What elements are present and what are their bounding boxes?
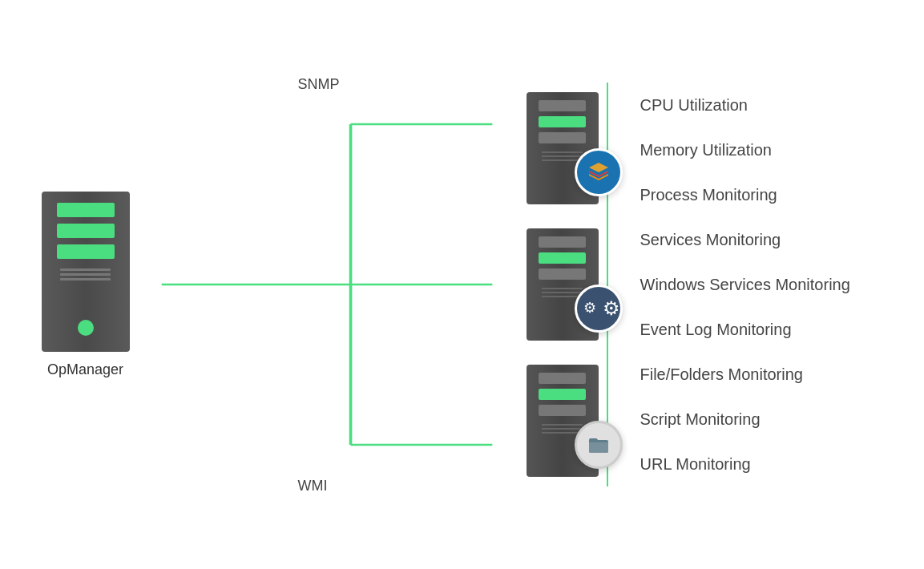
svg-text:⚙: ⚙ <box>583 300 596 316</box>
monitoring-item-event-log: Event Log Monitoring <box>624 307 903 352</box>
monitoring-item-file-folders: File/Folders Monitoring <box>624 352 903 397</box>
folder-badge <box>575 421 623 469</box>
server-bar-1 <box>57 203 115 217</box>
monitoring-list: CPU Utilization Memory Utilization Proce… <box>607 83 903 486</box>
opmanager-device <box>42 192 130 352</box>
mini-bar-3b <box>539 389 586 400</box>
wrench-icon: ⚙ <box>577 296 603 321</box>
monitoring-item-process: Process Monitoring <box>624 172 903 217</box>
mini-bar-2c <box>539 268 586 280</box>
server-line-1 <box>60 268 111 271</box>
server-bar-2 <box>57 224 115 238</box>
mini-bar-3c <box>539 405 586 416</box>
monitoring-item-cpu: CPU Utilization <box>624 83 903 127</box>
monitoring-item-services: Services Monitoring <box>624 217 903 262</box>
svg-marker-5 <box>589 163 608 172</box>
opmanager-label: OpManager <box>47 361 123 378</box>
server-line-2 <box>60 273 111 276</box>
monitoring-item-url: URL Monitoring <box>624 442 903 486</box>
server-bar-3 <box>57 244 115 259</box>
monitoring-item-script: Script Monitoring <box>624 397 903 442</box>
servers-column: ⚙ ⚙ <box>527 92 599 477</box>
server-lines <box>60 268 111 280</box>
monitoring-item-windows-services: Windows Services Monitoring <box>624 262 903 307</box>
folder-icon <box>586 432 611 458</box>
wmi-label: WMI <box>298 478 328 494</box>
mini-bar-3a <box>539 373 586 384</box>
mini-bar-2a <box>539 236 586 248</box>
layers-icon <box>586 159 611 185</box>
opmanager-section: OpManager <box>22 192 150 378</box>
mini-bar-1b <box>539 116 586 127</box>
wrench-badge: ⚙ ⚙ <box>575 284 623 333</box>
mini-bar-1c <box>539 132 586 143</box>
middle-section: SNMP WMI <box>150 44 599 525</box>
server-item-3 <box>527 365 599 477</box>
server-dot <box>78 320 94 336</box>
monitoring-item-memory: Memory Utilization <box>624 127 903 172</box>
snmp-label: SNMP <box>298 76 340 93</box>
server-item-2: ⚙ ⚙ <box>527 228 599 341</box>
mini-bar-2b <box>539 252 586 264</box>
server-line-3 <box>60 278 111 280</box>
mini-bar-1a <box>539 100 586 111</box>
layers-badge <box>575 148 623 196</box>
main-container: OpManager SNMP WMI <box>22 12 903 557</box>
server-item-1 <box>527 92 599 204</box>
